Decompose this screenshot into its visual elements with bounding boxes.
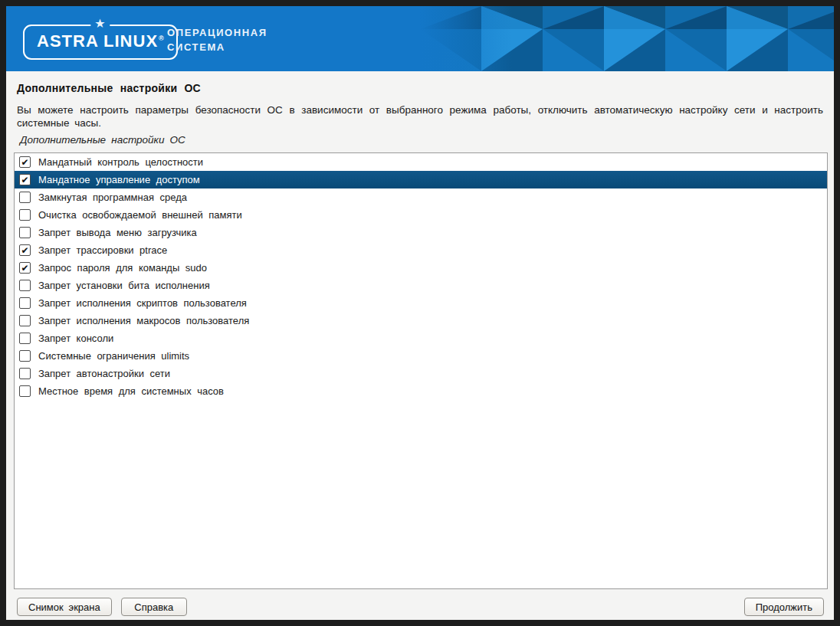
left-buttons: Снимок экрана Справка [17, 598, 187, 616]
option-row[interactable]: Местное время для системных часов [15, 382, 827, 400]
option-row[interactable]: Очистка освобождаемой внешней памяти [15, 206, 827, 224]
option-label: Запрет установки бита исполнения [38, 280, 210, 291]
app-header: ★ ASTRA LINUX® ОПЕРАЦИОННАЯ СИСТЕМА [6, 6, 834, 71]
screenshot-button[interactable]: Снимок экрана [17, 598, 112, 616]
option-label: Местное время для системных часов [38, 385, 224, 397]
option-label: Запрет трассировки ptrace [38, 244, 167, 256]
checkbox[interactable] [19, 297, 31, 309]
registered-mark: ® [159, 34, 164, 42]
option-label: Мандатный контроль целостности [38, 156, 203, 168]
checkbox[interactable]: ✔ [19, 262, 31, 274]
page-title: Дополнительные настройки ОС [17, 82, 823, 94]
page-description: Вы можете настроить параметры безопаснос… [17, 103, 823, 129]
checkbox[interactable] [19, 227, 31, 238]
option-label: Мандатное управление доступом [38, 174, 200, 185]
option-row[interactable]: ✔ Запрет трассировки ptrace [15, 241, 827, 259]
option-row[interactable]: Запрет установки бита исполнения [15, 277, 827, 294]
button-bar: Снимок экрана Справка Продолжить [17, 598, 824, 616]
option-row[interactable]: ✔ Запрос пароля для команды sudo [15, 259, 827, 277]
option-label: Запрет консоли [38, 333, 113, 344]
header-pattern [420, 6, 834, 71]
option-label: Запрет исполнения скриптов пользователя [38, 297, 247, 309]
option-label: Очистка освобождаемой внешней памяти [38, 209, 242, 221]
checkbox[interactable] [19, 368, 31, 379]
option-label: Запрет автонастройки сети [38, 368, 170, 379]
option-label: Запрос пароля для команды sudo [38, 262, 207, 274]
tagline-line2: СИСТЕМА [167, 40, 267, 54]
option-row[interactable]: ✔ Мандатный контроль целостности [15, 153, 827, 171]
options-list: ✔ Мандатный контроль целостности ✔ Манда… [14, 152, 828, 589]
checkbox[interactable]: ✔ [19, 156, 31, 168]
option-row[interactable]: Запрет вывода меню загрузчика [15, 224, 827, 241]
option-row[interactable]: Запрет автонастройки сети [15, 365, 827, 382]
options-list-label: Дополнительные настройки ОС [20, 134, 823, 146]
checkbox[interactable] [19, 280, 31, 291]
checkbox[interactable] [19, 333, 31, 344]
checkbox[interactable] [19, 315, 31, 326]
option-row[interactable]: Запрет исполнения макросов пользователя [15, 312, 827, 329]
help-button[interactable]: Справка [121, 598, 187, 616]
checkbox[interactable] [19, 192, 31, 203]
option-label: Запрет исполнения макросов пользователя [38, 315, 249, 326]
checkbox[interactable]: ✔ [19, 244, 31, 256]
option-label: Замкнутая программная среда [38, 192, 187, 203]
continue-button[interactable]: Продолжить [744, 598, 824, 616]
checkbox[interactable] [19, 385, 31, 397]
option-row[interactable]: Системные ограничения ulimits [15, 347, 827, 365]
content-area: Дополнительные настройки ОС Вы можете на… [6, 71, 834, 622]
option-row[interactable]: Запрет исполнения скриптов пользователя [15, 294, 827, 312]
astra-linux-logo: ★ ASTRA LINUX® [23, 25, 178, 60]
logo-tagline: ОПЕРАЦИОННАЯ СИСТЕМА [167, 25, 267, 54]
option-label: Системные ограничения ulimits [38, 350, 189, 362]
star-icon: ★ [90, 18, 110, 30]
checkbox[interactable] [19, 350, 31, 362]
installer-window: ★ ASTRA LINUX® ОПЕРАЦИОННАЯ СИСТЕМА Допо… [6, 6, 834, 620]
logo-text: ASTRA LINUX [37, 31, 158, 51]
checkbox[interactable]: ✔ [19, 174, 31, 185]
option-label: Запрет вывода меню загрузчика [38, 227, 197, 238]
option-row[interactable]: Замкнутая программная среда [15, 188, 827, 206]
tagline-line1: ОПЕРАЦИОННАЯ [167, 25, 267, 40]
pattern-fade [420, 6, 512, 71]
option-row[interactable]: Запрет консоли [15, 329, 827, 347]
option-row[interactable]: ✔ Мандатное управление доступом [15, 171, 827, 188]
checkbox[interactable] [19, 209, 31, 221]
